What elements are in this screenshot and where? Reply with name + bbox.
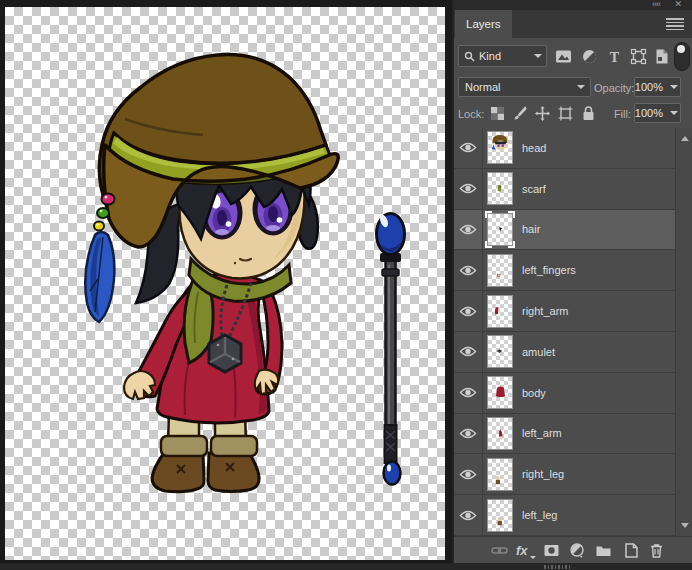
fx-label: fx (516, 543, 528, 558)
layer-thumbnail[interactable] (487, 376, 513, 409)
scroll-up-icon[interactable] (681, 136, 689, 141)
document-canvas[interactable] (5, 7, 445, 560)
opacity-value-field[interactable]: 100% (634, 77, 668, 97)
blend-mode-dropdown[interactable]: Normal (458, 77, 591, 97)
link-layers-icon[interactable] (491, 542, 508, 559)
lock-row: Lock: Fill: 100% (454, 102, 692, 128)
shape-layer-filter-icon[interactable] (630, 48, 647, 65)
layer-visibility-toggle[interactable] (454, 414, 483, 454)
opacity-value: 100% (635, 81, 663, 93)
layer-row[interactable]: left_leg (454, 495, 675, 536)
layer-row[interactable]: amulet (454, 332, 675, 373)
smart-object-filter-icon[interactable] (653, 48, 670, 65)
layer-visibility-toggle[interactable] (454, 169, 483, 209)
layer-thumbnail[interactable] (487, 335, 513, 368)
svg-text:T: T (610, 50, 620, 65)
chevron-down-icon (534, 54, 541, 59)
eye-icon (459, 346, 477, 357)
chevron-down-icon (577, 85, 584, 90)
fill-value: 100% (635, 107, 663, 119)
new-layer-icon[interactable] (622, 542, 639, 559)
eye-icon (459, 469, 477, 480)
eye-icon (459, 224, 477, 235)
layer-row[interactable]: left_fingers (454, 250, 675, 291)
layer-row[interactable]: right_arm (454, 291, 675, 332)
character-artwork (5, 7, 445, 560)
layer-visibility-toggle[interactable] (454, 291, 483, 331)
fill-dropdown-button[interactable] (667, 103, 681, 123)
fill-label: Fill: (606, 108, 631, 120)
eye-icon (459, 265, 477, 276)
blend-row: Normal Opacity: 100% (454, 72, 692, 102)
layer-thumbnail[interactable] (487, 458, 513, 491)
new-adjustment-layer-icon[interactable] (569, 542, 586, 559)
panel-resize-gripper[interactable] (544, 565, 570, 569)
panel-footer: fx (454, 536, 692, 564)
layer-thumbnail[interactable] (487, 172, 513, 205)
new-group-icon[interactable] (595, 542, 612, 559)
panel-menu-icon[interactable] (666, 18, 684, 30)
layer-visibility-toggle[interactable] (454, 210, 483, 250)
layer-visibility-toggle[interactable] (454, 454, 483, 494)
layer-row[interactable]: hair (454, 210, 675, 251)
eye-icon (459, 428, 477, 439)
lock-artboard-icon[interactable] (557, 105, 574, 122)
opacity-dropdown-button[interactable] (667, 77, 681, 97)
layer-styles-icon[interactable]: fx (516, 542, 533, 559)
lock-label: Lock: (458, 108, 484, 120)
opacity-label: Opacity: (594, 82, 631, 94)
layer-name[interactable]: amulet (522, 346, 555, 358)
filter-row: Kind T (454, 38, 692, 72)
tab-layers[interactable]: Layers (455, 10, 512, 38)
layer-thumbnail[interactable] (487, 417, 513, 450)
layer-thumbnail[interactable] (487, 295, 513, 328)
layer-name[interactable]: scarf (522, 183, 546, 195)
layer-name[interactable]: right_leg (522, 468, 564, 480)
delete-layer-icon[interactable] (648, 542, 665, 559)
lock-transparent-pixels-icon[interactable] (489, 105, 506, 122)
panel-title-strip: «« ✕ (454, 0, 692, 10)
lock-position-icon[interactable] (534, 105, 551, 122)
layer-thumbnail[interactable] (487, 213, 513, 246)
layer-row[interactable]: body (454, 373, 675, 414)
eye-icon (459, 142, 477, 153)
layer-thumbnail[interactable] (487, 254, 513, 287)
layer-visibility-toggle[interactable] (454, 250, 483, 290)
layer-visibility-toggle[interactable] (454, 128, 483, 168)
fill-value-field[interactable]: 100% (634, 103, 668, 123)
type-layer-filter-icon[interactable]: T (606, 48, 623, 65)
pixel-layer-filter-icon[interactable] (555, 48, 572, 65)
filter-kind-dropdown[interactable]: Kind (458, 45, 547, 67)
layer-visibility-toggle[interactable] (454, 495, 483, 535)
layer-row[interactable]: left_arm (454, 414, 675, 455)
layer-name[interactable]: head (522, 142, 546, 154)
adjustment-layer-filter-icon[interactable] (581, 48, 598, 65)
eye-icon (459, 510, 477, 521)
scroll-down-icon[interactable] (681, 523, 689, 528)
collapse-panels-icon[interactable]: «« (652, 0, 660, 9)
layer-thumbnail[interactable] (487, 499, 513, 532)
layer-name[interactable]: hair (522, 223, 540, 235)
lock-image-pixels-icon[interactable] (512, 105, 529, 122)
layer-name[interactable]: left_arm (522, 427, 562, 439)
layer-name[interactable]: right_arm (522, 305, 568, 317)
filter-kind-label: Kind (475, 50, 534, 62)
layer-name[interactable]: body (522, 387, 546, 399)
eye-icon (459, 306, 477, 317)
filtering-toggle-switch[interactable] (674, 42, 690, 71)
panel-tab-bar: Layers (454, 10, 692, 38)
layer-row[interactable]: scarf (454, 169, 675, 210)
layer-name[interactable]: left_fingers (522, 264, 576, 276)
eye-icon (459, 387, 477, 398)
add-layer-mask-icon[interactable] (543, 542, 560, 559)
layer-row[interactable]: head (454, 128, 675, 169)
layer-row[interactable]: right_leg (454, 454, 675, 495)
layers-scrollbar[interactable] (675, 128, 692, 536)
layer-name[interactable]: left_leg (522, 509, 557, 521)
layers-list: head scarf hair (454, 128, 675, 536)
lock-all-icon[interactable] (580, 105, 597, 122)
layer-visibility-toggle[interactable] (454, 332, 483, 372)
layer-visibility-toggle[interactable] (454, 373, 483, 413)
close-panel-icon[interactable]: ✕ (674, 0, 682, 9)
layer-thumbnail[interactable] (487, 131, 513, 164)
